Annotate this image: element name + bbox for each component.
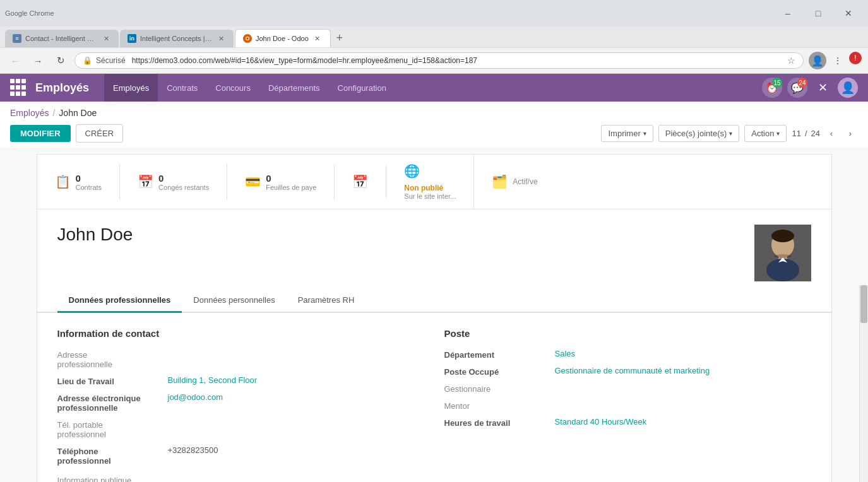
departement-value[interactable]: Sales <box>555 349 576 358</box>
telephone-pro-value: +3282823500 <box>168 445 218 455</box>
user-avatar-button[interactable]: 👤 <box>838 78 858 98</box>
telephone-pro-label: Téléphone professionnel <box>57 445 168 466</box>
navbar-title: Employés <box>35 81 89 95</box>
field-gestionnaire: Gestionnaire <box>444 383 811 394</box>
refresh-button[interactable]: ↻ <box>52 52 69 69</box>
extension-button[interactable]: ⋮ <box>829 52 847 69</box>
grid-dot <box>21 79 26 83</box>
email-pro-label: Adresse électronique professionnelle <box>57 392 168 413</box>
navbar-item-departements[interactable]: Départements <box>259 74 329 102</box>
navbar-menu: Employés Contrats Concours Départements … <box>104 74 395 102</box>
navbar-item-concours[interactable]: Concours <box>206 74 259 102</box>
secure-icon: 🔒 <box>83 56 92 65</box>
navbar-item-contrats[interactable]: Contrats <box>158 74 206 102</box>
actions-bar: MODIFIER CRÉER Imprimer ▾ Pièce(s) joint… <box>0 122 868 148</box>
form-tabs: Données professionnelles Données personn… <box>37 289 831 313</box>
contrats-label: Contrats <box>76 184 102 191</box>
action-label: Action <box>751 129 774 138</box>
lieu-travail-value: Building 1, Second Floor <box>168 375 258 385</box>
tab-donnees-professionnelles[interactable]: Données professionnelles <box>57 289 182 313</box>
tab-close-3[interactable]: ✕ <box>312 33 323 44</box>
breadcrumb-separator: / <box>52 108 55 118</box>
maximize-button[interactable]: □ <box>804 4 833 23</box>
field-email-pro: Adresse électronique professionnelle jod… <box>57 392 424 413</box>
stat-actif[interactable]: 🗂️ Actif/ve <box>474 165 555 198</box>
user-account-button[interactable]: 👤 <box>809 52 826 69</box>
browser-chrome: Google Chrome – □ ✕ ≡ Contact - Intellig… <box>0 0 868 74</box>
imprimer-label: Imprimer <box>608 129 640 138</box>
heures-travail-label: Heures de travail <box>444 417 555 428</box>
pagination-separator: / <box>805 129 807 138</box>
back-button[interactable]: ← <box>6 52 24 69</box>
imprimer-arrow-icon: ▾ <box>643 130 646 137</box>
address-bar[interactable]: 🔒 Sécurisé https://demo3.odoo.com/web/#i… <box>74 52 804 69</box>
grid-dot <box>16 91 20 96</box>
new-tab-button[interactable]: + <box>332 31 347 46</box>
stat-conges[interactable]: 📅 0 Congés restants <box>120 164 227 200</box>
stat-feuilles[interactable]: 💳 0 Feuilles de paye <box>227 164 335 200</box>
bookmark-icon[interactable]: ☆ <box>787 56 795 66</box>
tab-favicon-2: in <box>128 34 136 43</box>
scrollbar[interactable] <box>859 285 868 482</box>
grid-dot <box>16 85 20 90</box>
scrollbar-thumb[interactable] <box>860 285 867 323</box>
browser-tab-3[interactable]: O John Doe - Odoo ✕ <box>235 29 331 47</box>
heures-travail-value[interactable]: Standard 40 Hours/Week <box>555 417 647 426</box>
address-text: https://demo3.odoo.com/web/#id=16&view_t… <box>132 56 783 65</box>
tab-close-2[interactable]: ✕ <box>216 33 226 44</box>
tab-donnees-personnelles[interactable]: Données personnelles <box>182 289 286 313</box>
conges-icon: 📅 <box>138 174 153 189</box>
grid-dot <box>10 79 15 83</box>
publication-status-top: Non publié <box>404 184 456 192</box>
chat-badge: 24 <box>797 78 807 88</box>
employee-header: John Doe <box>37 209 831 289</box>
stat-contrats[interactable]: 📋 0 Contrats <box>37 164 121 200</box>
stat-publication[interactable]: 🌐 Non publié Sur le site inter... <box>386 155 474 209</box>
forward-button[interactable]: → <box>29 52 47 69</box>
imprimer-dropdown[interactable]: Imprimer ▾ <box>601 125 653 142</box>
field-mentor: Mentor <box>444 400 811 411</box>
browser-address-bar: ← → ↻ 🔒 Sécurisé https://demo3.odoo.com/… <box>0 47 868 73</box>
browser-tabs: ≡ Contact - Intelligent Con... ✕ in Inte… <box>0 26 868 47</box>
creer-button[interactable]: CRÉER <box>76 124 124 143</box>
tab-close-1[interactable]: ✕ <box>101 33 111 44</box>
browser-tab-2[interactable]: in Intelligent Concepts | Lin... ✕ <box>120 30 234 47</box>
window-title: Google Chrome <box>5 9 54 17</box>
svg-point-6 <box>774 254 792 258</box>
action-dropdown[interactable]: Action ▾ <box>744 125 787 142</box>
browser-tab-1[interactable]: ≡ Contact - Intelligent Con... ✕ <box>5 30 119 47</box>
minimize-button[interactable]: – <box>773 4 802 23</box>
alert-button[interactable]: ! <box>849 52 862 64</box>
navbar-item-configuration[interactable]: Configuration <box>329 74 395 102</box>
field-telephone-pro: Téléphone professionnel +3282823500 <box>57 445 424 466</box>
field-poste-occupe: Poste Occupé Gestionnaire de communauté … <box>444 366 811 377</box>
field-departement: Département Sales <box>444 349 811 360</box>
conges-label: Congés restants <box>158 184 209 191</box>
stat-calendar[interactable]: 📅 <box>335 165 386 198</box>
tab-parametres-rh[interactable]: Paramètres RH <box>287 289 366 313</box>
pagination: 11 / 24 ‹ › <box>792 126 858 141</box>
poste-occupe-value[interactable]: Gestionnaire de communauté et marketing <box>555 366 710 375</box>
clock-icon-button[interactable]: ⏰ 15 <box>762 78 782 98</box>
close-nav-button[interactable]: ✕ <box>812 78 833 98</box>
pieces-jointes-dropdown[interactable]: Pièce(s) jointe(s) ▾ <box>658 125 740 142</box>
tel-portable-label: Tél. portable professionnel <box>57 419 168 439</box>
contrats-icon: 📋 <box>55 174 71 189</box>
tab-favicon-3: O <box>243 34 252 43</box>
secure-label: Sécurisé <box>96 56 126 65</box>
breadcrumb-parent-link[interactable]: Employés <box>10 108 49 118</box>
pagination-next-button[interactable]: › <box>843 126 858 141</box>
adresse-pro-label: Adresse professionnelle <box>57 349 168 369</box>
close-button[interactable]: ✕ <box>834 4 863 23</box>
email-pro-value[interactable]: jod@odoo.com <box>168 392 223 402</box>
main-content: 📋 0 Contrats 📅 0 Congés restants 💳 <box>0 148 868 482</box>
pagination-prev-button[interactable]: ‹ <box>824 126 839 141</box>
grid-dot <box>10 85 15 90</box>
apps-grid-button[interactable] <box>10 79 28 97</box>
modifier-button[interactable]: MODIFIER <box>10 125 71 142</box>
stat-feuilles-info: 0 Feuilles de paye <box>266 173 316 191</box>
navbar-item-employes[interactable]: Employés <box>104 74 158 102</box>
employee-photo-svg <box>754 225 811 281</box>
publication-icon: 🌐 <box>404 163 420 179</box>
chat-icon-button[interactable]: 💬 24 <box>787 78 807 98</box>
